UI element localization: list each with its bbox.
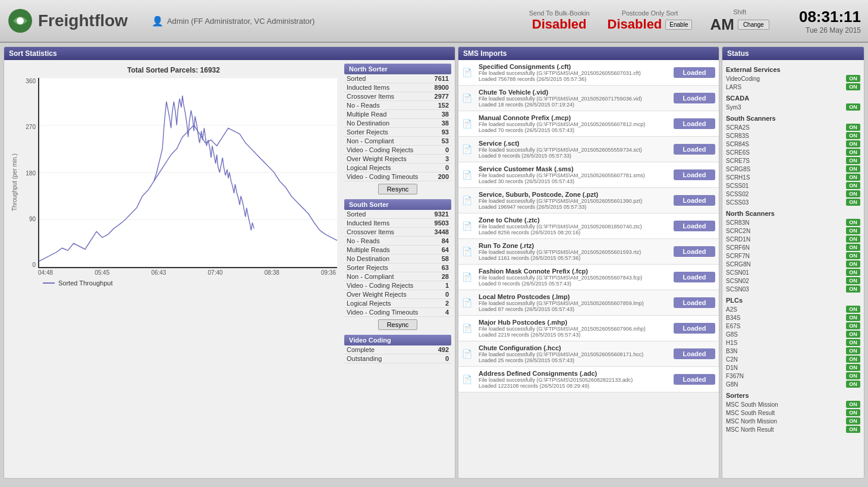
on-badge: ON <box>846 235 860 243</box>
status-item: SCSN03 ON <box>726 285 860 293</box>
file-icon: 📄 <box>462 221 474 231</box>
status-title: Status <box>727 49 749 58</box>
sms-item-info: Manual Connote Prefix (.mcp) File loaded… <box>479 114 669 133</box>
row-label: Outstanding <box>344 354 421 363</box>
sms-item-status: Loaded <box>674 93 715 103</box>
admin-area: 👤 Admin (FF Administrator, VC Administra… <box>152 15 315 27</box>
on-badge: ON <box>846 277 860 284</box>
on-badge: ON <box>846 364 860 371</box>
sms-item-detail: Loaded 25 records (26/5/2015 05:57:43) <box>479 357 669 363</box>
sms-item-status: Loaded <box>674 195 715 206</box>
sms-list-item: 📄 Service, Suburb, Postcode, Zone (.pzt)… <box>458 188 719 213</box>
row-label: No Destination <box>344 119 430 128</box>
change-button[interactable]: Change <box>738 20 769 30</box>
row-value: 3 <box>430 155 451 164</box>
status-section-title: Sorters <box>726 392 860 399</box>
file-icon: 📄 <box>462 375 474 384</box>
status-item-label: MSC North Mission <box>726 418 777 425</box>
south-sorter-header: South Sorter <box>344 199 451 210</box>
chart-legend: Sorted Throughput <box>19 279 337 287</box>
table-row: No Destination58 <box>344 255 451 263</box>
svg-point-1 <box>17 17 24 24</box>
sms-item-info: Run To Zone (.rtz) File loaded successfu… <box>479 242 669 261</box>
sms-item-name: Service Customer Mask (.sms) <box>479 165 669 172</box>
file-icon: 📄 <box>462 144 474 154</box>
loaded-badge: Loaded <box>674 93 715 103</box>
on-badge: ON <box>846 227 860 234</box>
sms-item-name: Address Defined Consignments (.adc) <box>479 370 669 377</box>
status-item: SCR83S ON <box>726 131 860 140</box>
table-row: Video - Coding Timeouts4 <box>344 308 451 317</box>
status-item-label: SCSS03 <box>726 199 749 206</box>
table-row: Complete492 <box>344 345 451 354</box>
row-value: 4 <box>430 308 451 317</box>
on-badge: ON <box>846 285 860 293</box>
status-item: Sym3 ON <box>726 103 860 111</box>
sms-item-name: Chute Configuration (.hcc) <box>479 344 669 351</box>
current-date: Tue 26 May 2015 <box>799 26 861 34</box>
status-item-label: A2S <box>726 306 737 313</box>
table-row: Logical Rejects0 <box>344 164 451 172</box>
status-item-label: SCRH1S <box>726 174 750 181</box>
file-icon: 📄 <box>462 68 474 77</box>
sms-imports-panel: SMS Imports 📄 Specified Consignments (.c… <box>458 46 719 479</box>
north-sorter-section: North Sorter Sorted7611Inducted Items890… <box>344 64 451 194</box>
table-row: Video - Coding Timeouts200 <box>344 172 451 181</box>
on-badge: ON <box>846 347 860 354</box>
enable-button[interactable]: Enable <box>665 20 692 30</box>
header-middle: Send To Bulk-Bookin Disabled Postcode On… <box>529 8 861 34</box>
logo-area: Freightflow <box>7 8 128 34</box>
sms-item-path: File loaded successfully (G:\FTP\SMS\AM_… <box>479 326 669 332</box>
legend-label: Sorted Throughput <box>58 279 113 287</box>
status-item: SCSS03 ON <box>726 198 860 206</box>
south-sorter-section: South Sorter Sorted9321Inducted Items950… <box>344 199 451 330</box>
status-item: D1N ON <box>726 363 860 372</box>
legend-line-icon <box>43 282 55 284</box>
status-item-label: SCRC2N <box>726 228 750 234</box>
on-badge: ON <box>846 219 860 226</box>
sms-item-detail: Loaded 18 records (26/5/2015 07:19:24) <box>479 102 669 108</box>
row-label: Complete <box>344 345 421 354</box>
on-badge: ON <box>846 165 860 172</box>
sms-item-path: File loaded successfully (G:\FTP\SMS\AM_… <box>479 172 669 178</box>
sms-imports-header: SMS Imports <box>458 47 719 60</box>
status-item-label: G8S <box>726 331 738 338</box>
sort-statistics-header: Sort Statistics <box>4 47 455 60</box>
sms-item-path: File loaded successfully (G:\FTP\SMS\201… <box>479 377 669 383</box>
row-label: Non - Compliant <box>344 272 430 281</box>
loaded-badge: Loaded <box>674 221 715 231</box>
status-item-label: F367N <box>726 373 744 379</box>
loaded-badge: Loaded <box>674 348 715 359</box>
sms-item-status: Loaded <box>674 221 715 231</box>
sms-item-name: Service (.sct) <box>479 140 669 147</box>
status-item-label: SCRF6N <box>726 244 750 251</box>
loaded-badge: Loaded <box>674 297 715 308</box>
status-item-label: SCSS01 <box>726 183 749 189</box>
row-label: Logical Rejects <box>344 299 430 308</box>
row-label: Video - Coding Timeouts <box>344 308 430 317</box>
send-to-bulk-label: Send To Bulk-Bookin <box>529 10 590 17</box>
status-item-label: B3N <box>726 348 737 354</box>
sms-item-info: Major Hub Postcodes (.mhp) File loaded s… <box>479 319 669 338</box>
sms-item-status: Loaded <box>674 67 715 78</box>
status-item: SCRE6S ON <box>726 148 860 156</box>
sms-item-name: Manual Connote Prefix (.mcp) <box>479 114 669 121</box>
sms-item-path: File loaded successfully (G:\FTP\SMS\AM_… <box>479 300 669 306</box>
on-badge: ON <box>846 190 860 197</box>
south-sorter-table: Sorted9321Inducted Items9503Crossover It… <box>344 210 451 317</box>
sms-item-status: Loaded <box>674 323 715 334</box>
on-badge: ON <box>846 124 860 131</box>
file-icon: 📄 <box>462 196 474 205</box>
file-icon: 📄 <box>462 119 474 128</box>
postcode-sort-value: Disabled <box>608 17 662 32</box>
row-value: 0 <box>430 290 451 299</box>
south-resync-button[interactable]: Resync <box>378 319 418 330</box>
status-item-label: SCRE7S <box>726 158 750 164</box>
sms-item-status: Loaded <box>674 144 715 155</box>
north-resync-button[interactable]: Resync <box>378 184 418 194</box>
admin-label: Admin (FF Administrator, VC Administrato… <box>167 17 315 26</box>
row-value: 0 <box>430 146 451 155</box>
sms-item-detail: Loaded 70 records (26/5/2015 05:57:43) <box>479 127 669 133</box>
status-item-label: SCRD1N <box>726 236 750 243</box>
loaded-badge: Loaded <box>674 144 715 155</box>
